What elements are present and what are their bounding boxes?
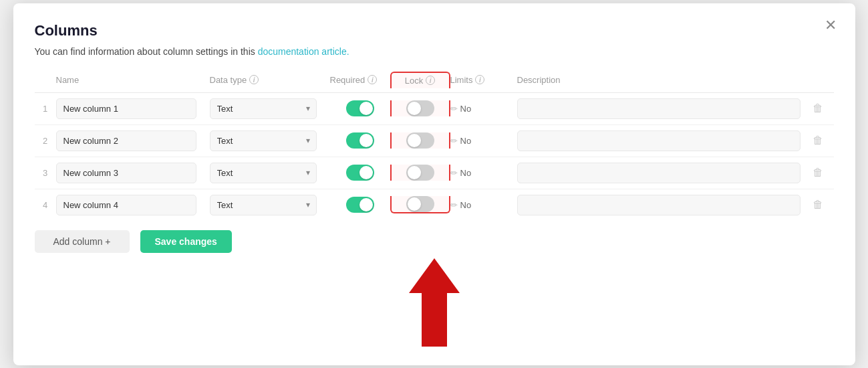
- row-1-edit-icon[interactable]: ✏: [450, 104, 458, 114]
- row-4-required-cell: [330, 197, 390, 213]
- row-1-required-toggle[interactable]: [346, 100, 374, 116]
- row-1-required-cell: [330, 100, 390, 116]
- table-row: 3 TextNumberDateBoolean ✏ No 🗑: [35, 157, 834, 189]
- modal-subtitle: You can find information about column se…: [35, 46, 834, 57]
- header-description: Description: [517, 75, 813, 85]
- row-number: 4: [35, 200, 56, 210]
- row-3-lock-cell: [390, 165, 450, 181]
- row-2-type-select[interactable]: TextNumberDateBoolean: [210, 130, 317, 151]
- arrow-shaft: [422, 293, 447, 347]
- save-changes-button[interactable]: Save changes: [140, 230, 232, 253]
- row-4-description-input[interactable]: [517, 195, 801, 215]
- row-4-name-input[interactable]: [56, 195, 196, 215]
- row-2-limits-cell: ✏ No: [450, 136, 517, 146]
- row-2-lock-toggle[interactable]: [406, 132, 434, 149]
- close-button[interactable]: ✕: [825, 18, 837, 33]
- row-4-edit-icon[interactable]: ✏: [450, 200, 458, 210]
- header-name: Name: [56, 75, 210, 85]
- row-3-name-input[interactable]: [56, 163, 196, 183]
- row-1-description-input[interactable]: [517, 98, 801, 119]
- row-1-type-cell: TextNumberDateBoolean: [210, 98, 330, 119]
- limits-info-icon: i: [475, 75, 484, 84]
- row-3-description-cell: [517, 163, 813, 183]
- row-4-type-select[interactable]: TextNumberDateBoolean: [210, 195, 317, 215]
- row-2-type-cell: TextNumberDateBoolean: [210, 130, 330, 151]
- row-1-name-input[interactable]: [56, 98, 196, 119]
- header-required: Required i: [330, 75, 390, 85]
- modal-title: Columns: [35, 22, 834, 39]
- row-2-delete-button[interactable]: 🗑: [813, 134, 823, 147]
- row-3-limits-cell: ✏ No: [450, 168, 517, 178]
- row-4-lock-toggle[interactable]: [406, 196, 434, 212]
- row-3-name-cell: [56, 163, 210, 183]
- header-data-type: Data type i: [210, 75, 330, 85]
- row-1-name-cell: [56, 98, 210, 119]
- columns-modal: ✕ Columns You can find information about…: [13, 3, 855, 365]
- lock-info-icon: i: [426, 76, 435, 85]
- row-3-edit-icon[interactable]: ✏: [450, 168, 458, 178]
- row-4-name-cell: [56, 195, 210, 215]
- row-1-delete-button[interactable]: 🗑: [813, 102, 823, 114]
- row-number: 2: [35, 136, 56, 146]
- docs-link[interactable]: documentation article.: [258, 46, 349, 57]
- row-4-limits-value: No: [460, 200, 472, 210]
- annotation-arrow: [35, 258, 834, 347]
- row-3-required-cell: [330, 165, 390, 181]
- row-2-name-input[interactable]: [56, 130, 196, 151]
- row-2-description-cell: [517, 130, 813, 151]
- row-2-name-cell: [56, 130, 210, 151]
- row-4-required-toggle[interactable]: [346, 197, 374, 213]
- row-1-description-cell: [517, 98, 813, 119]
- arrow-head: [409, 258, 460, 293]
- row-2-edit-icon[interactable]: ✏: [450, 136, 458, 146]
- row-2-description-input[interactable]: [517, 130, 801, 151]
- row-number: 1: [35, 104, 56, 114]
- actions-row: Add column + Save changes: [35, 230, 834, 253]
- row-1-type-select[interactable]: TextNumberDateBoolean: [210, 98, 317, 119]
- row-3-type-cell: TextNumberDateBoolean: [210, 163, 330, 183]
- row-3-limits-value: No: [460, 168, 472, 178]
- row-4-lock-cell: [390, 196, 450, 213]
- header-limits: Limits i: [450, 75, 517, 85]
- header-lock: Lock i: [390, 72, 450, 88]
- row-4-description-cell: [517, 195, 813, 215]
- table-row: 1 TextNumberDateBoolean ✏ No 🗑: [35, 93, 834, 125]
- row-4-limits-cell: ✏ No: [450, 200, 517, 210]
- row-3-type-select[interactable]: TextNumberDateBoolean: [210, 163, 317, 183]
- row-1-limits-value: No: [460, 104, 472, 114]
- row-number: 3: [35, 168, 56, 178]
- row-1-limits-cell: ✏ No: [450, 104, 517, 114]
- row-1-lock-toggle[interactable]: [406, 100, 434, 116]
- add-column-button[interactable]: Add column +: [35, 230, 130, 253]
- row-2-required-cell: [330, 132, 390, 149]
- table-row: 2 TextNumberDateBoolean ✏ No 🗑: [35, 125, 834, 157]
- row-4-type-cell: TextNumberDateBoolean: [210, 195, 330, 215]
- row-3-required-toggle[interactable]: [346, 165, 374, 181]
- table-header: Name Data type i Required i Lock i Limit…: [35, 72, 834, 93]
- row-2-limits-value: No: [460, 136, 472, 146]
- row-3-lock-toggle[interactable]: [406, 165, 434, 181]
- row-1-lock-cell: [390, 100, 450, 116]
- row-3-delete-button[interactable]: 🗑: [813, 167, 823, 179]
- table-row: 4 TextNumberDateBoolean ✏ No 🗑: [35, 189, 834, 221]
- row-4-delete-button[interactable]: 🗑: [813, 199, 823, 211]
- row-2-lock-cell: [390, 132, 450, 149]
- row-3-description-input[interactable]: [517, 163, 801, 183]
- row-2-required-toggle[interactable]: [346, 132, 374, 149]
- data-type-info-icon: i: [249, 75, 259, 84]
- required-info-icon: i: [368, 75, 377, 84]
